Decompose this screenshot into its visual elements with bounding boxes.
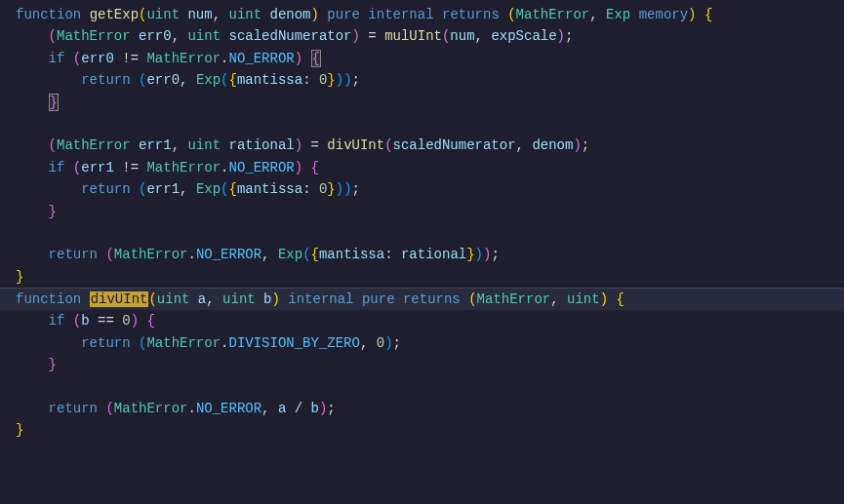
number: 0: [122, 313, 130, 329]
variable: err0: [146, 72, 180, 88]
keyword-if: if: [49, 160, 65, 175]
operator: ==: [98, 313, 114, 329]
operator: /: [295, 401, 302, 416]
property: mantissa: [237, 72, 302, 88]
keyword: pure: [362, 291, 395, 307]
fn-call: mulUInt: [384, 28, 442, 44]
member: NO_ERROR: [196, 401, 261, 416]
type: MathError: [477, 291, 551, 307]
type: Exp: [278, 247, 302, 262]
code-line[interactable]: function getExp(uint num, uint denom) pu…: [0, 4, 844, 25]
variable: err0: [81, 51, 114, 66]
code-line[interactable]: if (err1 != MathError.NO_ERROR) {: [0, 157, 844, 178]
fn-call: divUInt: [327, 137, 384, 153]
code-line-active[interactable]: function divUInt(uint a, uint b) interna…: [0, 288, 844, 310]
code-line-empty[interactable]: [0, 113, 844, 135]
variable: a: [278, 401, 286, 416]
type: MathError: [146, 160, 221, 175]
variable: err1: [81, 160, 114, 175]
code-line[interactable]: }: [0, 354, 844, 375]
code-line[interactable]: }: [0, 201, 844, 222]
keyword: internal: [368, 7, 433, 22]
code-line[interactable]: return (MathError.NO_ERROR, a / b);: [0, 398, 844, 419]
code-line[interactable]: return (err1, Exp({mantissa: 0}));: [0, 178, 844, 200]
property: mantissa: [319, 247, 384, 262]
code-line[interactable]: return (err0, Exp({mantissa: 0}));: [0, 69, 844, 91]
code-line-empty[interactable]: [0, 222, 844, 244]
fn-name: getExp: [90, 7, 139, 22]
type: uint: [567, 291, 600, 307]
arg: num: [450, 28, 474, 44]
type: uint: [146, 7, 180, 22]
variable: err1: [146, 181, 180, 197]
variable: b: [311, 401, 319, 416]
code-line[interactable]: }: [0, 92, 844, 113]
keyword-return: return: [81, 181, 130, 197]
operator: !=: [122, 160, 139, 175]
keyword-if: if: [49, 313, 65, 329]
type: MathError: [516, 7, 590, 22]
code-line[interactable]: }: [0, 266, 844, 288]
code-line[interactable]: if (err0 != MathError.NO_ERROR) {: [0, 48, 844, 69]
code-line[interactable]: return (MathError.DIVISION_BY_ZERO, 0);: [0, 332, 844, 354]
code-line-empty[interactable]: [0, 376, 844, 398]
type: uint: [187, 28, 221, 44]
variable: rational: [401, 247, 466, 262]
code-line[interactable]: }: [0, 419, 844, 441]
param: b: [263, 291, 271, 307]
variable: err0: [139, 28, 172, 44]
property: mantissa: [237, 181, 302, 197]
param: a: [198, 291, 206, 307]
keyword-return: return: [49, 401, 98, 416]
type: MathError: [57, 137, 131, 153]
keyword-if: if: [49, 51, 65, 66]
type: MathError: [57, 28, 131, 44]
keyword: returns: [442, 7, 500, 22]
member: NO_ERROR: [229, 51, 295, 66]
member: DIVISION_BY_ZERO: [228, 335, 359, 351]
arg: expScale: [491, 28, 556, 44]
keyword-function: function: [16, 7, 81, 22]
type: MathError: [146, 51, 221, 66]
arg: denom: [532, 137, 573, 153]
type: MathError: [114, 401, 188, 416]
code-line[interactable]: (MathError err0, uint scaledNumerator) =…: [0, 25, 844, 47]
fn-name-highlighted: divUInt: [90, 291, 149, 307]
keyword-return: return: [49, 247, 98, 262]
type: Exp: [196, 72, 221, 88]
code-line[interactable]: return (MathError.NO_ERROR, Exp({mantiss…: [0, 244, 844, 265]
type: uint: [229, 7, 262, 22]
type: MathError: [114, 247, 188, 262]
type: Exp: [606, 7, 630, 22]
type: uint: [187, 137, 221, 153]
arg: scaledNumerator: [393, 137, 516, 153]
member: NO_ERROR: [196, 247, 261, 262]
keyword-function: function: [16, 291, 81, 307]
variable: err1: [139, 137, 172, 153]
brace-open-matched: {: [311, 50, 321, 67]
keyword-return: return: [81, 72, 130, 88]
brace-close-matched: }: [49, 94, 59, 111]
type: MathError: [146, 335, 221, 351]
number: 0: [377, 335, 384, 351]
keyword: pure: [327, 7, 360, 22]
type: Exp: [196, 181, 221, 197]
operator: !=: [122, 51, 139, 66]
type: uint: [222, 291, 256, 307]
variable: b: [81, 313, 89, 329]
param: num: [187, 7, 212, 22]
variable: scaledNumerator: [228, 28, 351, 44]
keyword-return: return: [81, 335, 130, 351]
code-line[interactable]: (MathError err1, uint rational) = divUIn…: [0, 135, 844, 156]
keyword: internal: [288, 291, 353, 307]
keyword: returns: [403, 291, 461, 307]
member: NO_ERROR: [229, 160, 295, 175]
keyword: memory: [639, 7, 688, 22]
code-line[interactable]: if (b == 0) {: [0, 310, 844, 331]
param: denom: [270, 7, 311, 22]
type: uint: [157, 291, 190, 307]
variable: rational: [228, 137, 294, 153]
